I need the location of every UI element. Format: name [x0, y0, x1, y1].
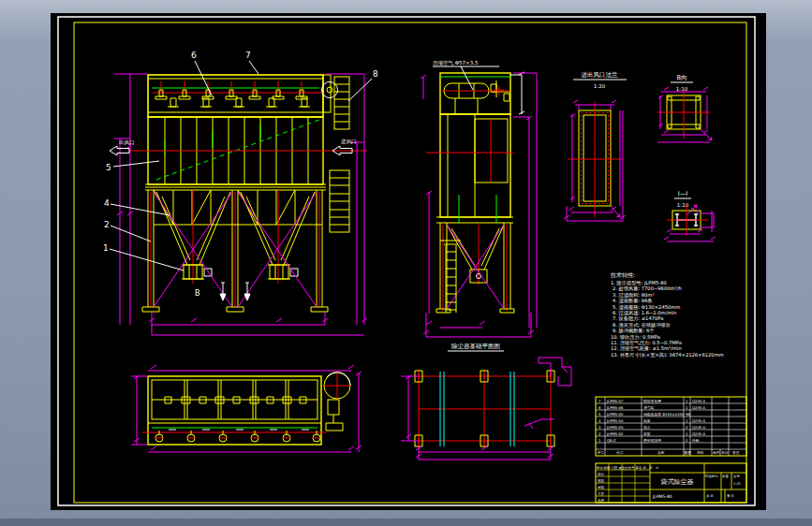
callout-2: 2 — [104, 220, 110, 229]
bom-cell: 96 — [686, 412, 690, 416]
bom-cell: JLPM5-06 — [606, 405, 624, 410]
bom-header-no: 序号 — [598, 450, 605, 455]
bom-cell: 净气箱 — [643, 405, 655, 410]
note-line: 13. 外形尺寸(长×宽×高): 3874×2126×6120mm — [611, 352, 724, 358]
sheet-no: 第 张 — [727, 494, 734, 498]
bom-cell: 喷吹管装置 — [643, 399, 661, 403]
callout-b: B — [195, 289, 200, 298]
scale-value: 1:25 — [733, 482, 741, 486]
bom-cell: Q235-A — [692, 399, 706, 403]
bom-cell: 支架 — [643, 431, 651, 436]
bom-header-name: 名称 — [657, 450, 665, 455]
bom-header-material: 材料 — [697, 450, 704, 455]
section-scale: 1:10 — [677, 202, 689, 208]
drawing-number: JLPM5-80 — [652, 494, 672, 499]
flange-view-title: 进出风口法兰 — [582, 71, 619, 79]
bom-cell: JLPM5-07 — [606, 399, 624, 403]
bom-header-qty: 数量 — [685, 450, 692, 455]
note-line: 10. 喷吹压力: 0.5MPa — [611, 334, 660, 340]
callout-5: 5 — [106, 163, 111, 172]
bom-cell: JLPM5-02 — [606, 431, 624, 436]
inlet-label: 进风口 — [341, 139, 357, 145]
drawing-title: 袋式除尘器 — [661, 478, 694, 486]
callout-6: 6 — [191, 51, 197, 60]
notes-heading: 技术特性: — [610, 271, 635, 279]
bom-cell: JLPM5-05 — [606, 412, 624, 416]
sign-labels: 设计 校核 审核 工艺 批准 — [597, 472, 605, 503]
bom-cell: QB-Z — [607, 438, 616, 443]
b-view-scale: 1:10 — [676, 86, 688, 92]
stage-label: 阶段标记 — [705, 474, 718, 478]
bom-header-code: 代号 — [616, 450, 624, 455]
b-view-title: B向 — [677, 74, 687, 81]
cad-application-window: 出风口 进风口 6 7 8 5 4 2 1 B 压缩空气 Φ57×3.5 — [0, 0, 812, 526]
bom-cell: 滤袋及袋笼 Φ130×2450 — [643, 412, 685, 416]
bom-header-total: 总计 — [720, 450, 729, 455]
bom-header-remark: 备注 — [732, 450, 740, 455]
bom-cell: Q235-A — [692, 431, 706, 436]
callout-7: 7 — [245, 51, 251, 60]
outlet-label: 出风口 — [119, 139, 135, 146]
mass-label: 质量 — [722, 475, 729, 478]
sign-row: 设计 — [598, 472, 605, 476]
bom-cell: 外购 — [692, 438, 700, 443]
bom-cell: JLPM5-03 — [606, 425, 624, 430]
sheet-total: 共 张 — [706, 494, 714, 498]
sign-row: 批准 — [598, 499, 605, 503]
bom-cell: 灰斗 — [643, 425, 651, 430]
window-bottom-strip — [0, 519, 812, 526]
sign-row: 校核 — [597, 479, 605, 483]
sign-row: 审核 — [598, 485, 605, 489]
plan-title: 除尘器基础平面图 — [451, 343, 500, 350]
sign-row: 工艺 — [598, 492, 605, 496]
bom-cell: JLPM5-04 — [606, 418, 624, 423]
callout-4: 4 — [104, 198, 110, 208]
scale-label: 比例 — [733, 475, 740, 478]
callout-1: 1 — [103, 243, 109, 253]
bom-cell: Q235-A — [692, 405, 706, 410]
compressed-air-label: 压缩空气 Φ57×3.5 — [433, 60, 479, 66]
bom-cell: 箱体 — [643, 418, 651, 423]
bom-cell: 星形排灰阀 — [643, 438, 661, 443]
bom-cell: Q235-A — [692, 425, 706, 430]
drawing-viewport[interactable]: 出风口 进风口 6 7 8 5 4 2 1 B 压缩空气 Φ57×3.5 — [0, 0, 812, 526]
bom-header-single: 单件 — [713, 450, 720, 455]
flange-view-scale: 1:20 — [594, 83, 606, 89]
callout-8: 8 — [373, 69, 378, 79]
mark-header: 标记 处数 分区 更改文件号 签名 年、月、日 — [596, 465, 658, 470]
bom-cell: Q235-A — [692, 418, 706, 423]
section-title: I—I — [678, 190, 687, 197]
